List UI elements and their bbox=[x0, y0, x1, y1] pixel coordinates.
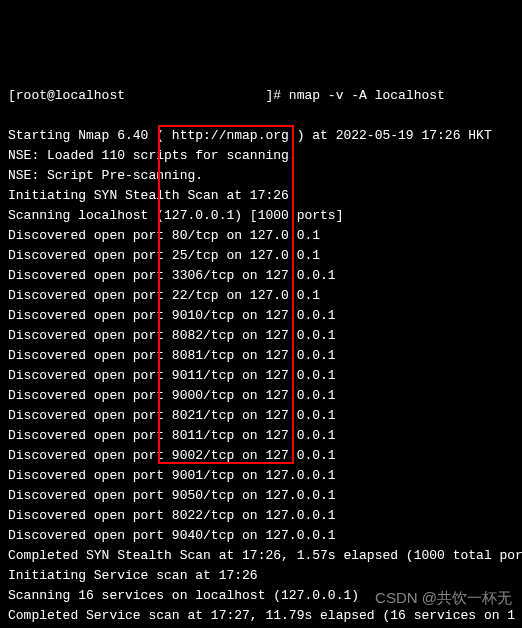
footer-line-2: Scanning 16 services on localhost (127.0… bbox=[8, 586, 514, 606]
footer-line-1: Initiating Service scan at 17:26 bbox=[8, 566, 514, 586]
discovered-port-line-14: Discovered open port 8022/tcp on 127.0.0… bbox=[8, 506, 514, 526]
header-line-2: NSE: Script Pre-scanning. bbox=[8, 166, 514, 186]
discovered-port-line-3: Discovered open port 22/tcp on 127.0.0.1 bbox=[8, 286, 514, 306]
blank-line bbox=[8, 106, 514, 126]
discovered-port-line-15: Discovered open port 9040/tcp on 127.0.0… bbox=[8, 526, 514, 546]
footer-line-0: Completed SYN Stealth Scan at 17:26, 1.5… bbox=[8, 546, 514, 566]
discovered-port-line-8: Discovered open port 9000/tcp on 127.0.0… bbox=[8, 386, 514, 406]
discovered-port-line-9: Discovered open port 8021/tcp on 127.0.0… bbox=[8, 406, 514, 426]
discovered-port-line-13: Discovered open port 9050/tcp on 127.0.0… bbox=[8, 486, 514, 506]
header-line-1: NSE: Loaded 110 scripts for scanning. bbox=[8, 146, 514, 166]
discovered-port-line-2: Discovered open port 3306/tcp on 127.0.0… bbox=[8, 266, 514, 286]
discovered-port-line-12: Discovered open port 9001/tcp on 127.0.0… bbox=[8, 466, 514, 486]
discovered-port-line-7: Discovered open port 9011/tcp on 127.0.0… bbox=[8, 366, 514, 386]
discovered-port-line-1: Discovered open port 25/tcp on 127.0.0.1 bbox=[8, 246, 514, 266]
discovered-port-line-4: Discovered open port 9010/tcp on 127.0.0… bbox=[8, 306, 514, 326]
discovered-port-line-5: Discovered open port 8082/tcp on 127.0.0… bbox=[8, 326, 514, 346]
header-line-3: Initiating SYN Stealth Scan at 17:26 bbox=[8, 186, 514, 206]
discovered-port-line-6: Discovered open port 8081/tcp on 127.0.0… bbox=[8, 346, 514, 366]
terminal-output: [root@localhost ]# nmap -v -A localhost … bbox=[8, 86, 514, 628]
discovered-port-line-0: Discovered open port 80/tcp on 127.0.0.1 bbox=[8, 226, 514, 246]
shell-prompt-line: [root@localhost ]# nmap -v -A localhost bbox=[8, 86, 514, 106]
discovered-port-line-11: Discovered open port 9002/tcp on 127.0.0… bbox=[8, 446, 514, 466]
footer-line-3: Completed Service scan at 17:27, 11.79s … bbox=[8, 606, 514, 626]
discovered-port-line-10: Discovered open port 8011/tcp on 127.0.0… bbox=[8, 426, 514, 446]
header-line-4: Scanning localhost (127.0.0.1) [1000 por… bbox=[8, 206, 514, 226]
header-line-0: Starting Nmap 6.40 ( http://nmap.org ) a… bbox=[8, 126, 514, 146]
